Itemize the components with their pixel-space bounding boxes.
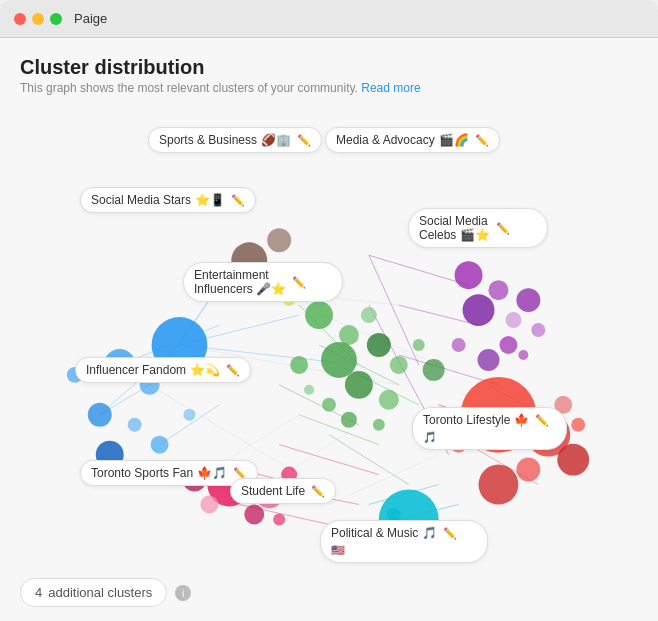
cluster-sports-business-emoji: 🏈🏢: [261, 133, 291, 147]
svg-line-17: [299, 415, 379, 445]
cluster-toronto-lifestyle-row: Toronto Lifestyle 🍁 ✏️: [423, 413, 549, 427]
cluster-student-life-label: Student Life: [241, 484, 305, 498]
svg-point-77: [557, 444, 589, 476]
svg-point-39: [88, 403, 112, 427]
page-header: Cluster distribution This graph shows th…: [20, 56, 638, 95]
cluster-media-advocacy-emoji: 🎬🌈: [439, 133, 469, 147]
fullscreen-button[interactable]: [50, 13, 62, 25]
cluster-toronto-sports-fan-emoji: 🍁🎵: [197, 466, 227, 480]
cluster-toronto-lifestyle[interactable]: Toronto Lifestyle 🍁 ✏️ 🎵: [412, 407, 567, 450]
cluster-political-music-emoji: 🇺🇸: [331, 544, 345, 557]
additional-count: 4: [35, 585, 42, 600]
cluster-toronto-lifestyle-label: Toronto Lifestyle 🍁: [423, 413, 529, 427]
svg-point-79: [479, 465, 519, 505]
svg-point-62: [390, 356, 408, 374]
main-content: Cluster distribution This graph shows th…: [0, 38, 658, 621]
svg-point-81: [571, 418, 585, 432]
cluster-media-advocacy-label: Media & Advocacy: [336, 133, 435, 147]
cluster-social-media-celebs-row: Social MediaCelebs 🎬⭐ ✏️: [419, 214, 510, 242]
svg-point-52: [321, 342, 357, 378]
edit-student-life-icon[interactable]: ✏️: [311, 485, 325, 498]
additional-clusters-button[interactable]: 4 additional clusters: [20, 578, 167, 607]
svg-point-40: [128, 418, 142, 432]
svg-point-57: [379, 390, 399, 410]
cluster-political-music[interactable]: Political & Music 🎵 ✏️ 🇺🇸: [320, 520, 488, 563]
svg-point-41: [151, 436, 169, 454]
edit-social-media-celebs-icon[interactable]: ✏️: [496, 222, 510, 235]
cluster-influencer-fandom-label: Influencer Fandom: [86, 363, 186, 377]
svg-point-69: [516, 288, 540, 312]
titlebar: Paige: [0, 0, 658, 38]
app-title: Paige: [74, 11, 107, 26]
graph-area: Sports & Business 🏈🏢 ✏️ Media & Advocacy…: [20, 105, 638, 575]
cluster-entertainment-influencers[interactable]: EntertainmentInfluencers 🎤⭐ ✏️: [183, 262, 343, 302]
edit-sports-business-icon[interactable]: ✏️: [297, 134, 311, 147]
svg-point-58: [322, 398, 336, 412]
cluster-sports-business[interactable]: Sports & Business 🏈🏢 ✏️: [148, 127, 322, 153]
read-more-link[interactable]: Read more: [361, 81, 420, 95]
cluster-social-media-stars-label: Social Media Stars: [91, 193, 191, 207]
svg-point-63: [413, 339, 425, 351]
cluster-influencer-fandom[interactable]: Influencer Fandom ⭐💫 ✏️: [75, 357, 251, 383]
cluster-entertainment-influencers-label: EntertainmentInfluencers 🎤⭐: [194, 268, 286, 296]
info-icon[interactable]: i: [175, 585, 191, 601]
svg-point-59: [304, 385, 314, 395]
svg-point-87: [200, 495, 218, 513]
svg-point-64: [423, 359, 445, 381]
svg-line-19: [329, 435, 409, 485]
svg-point-74: [452, 338, 466, 352]
svg-point-43: [183, 409, 195, 421]
edit-social-media-stars-icon[interactable]: ✏️: [231, 194, 245, 207]
traffic-lights: [14, 13, 62, 25]
svg-point-78: [516, 458, 540, 482]
cluster-toronto-lifestyle-emoji2: 🎵: [423, 431, 437, 444]
svg-point-46: [267, 228, 291, 252]
additional-label: additional clusters: [48, 585, 152, 600]
cluster-sports-business-label: Sports & Business: [159, 133, 257, 147]
cluster-toronto-sports-fan-label: Toronto Sports Fan: [91, 466, 193, 480]
cluster-social-media-stars[interactable]: Social Media Stars ⭐📱 ✏️: [80, 187, 256, 213]
svg-point-51: [339, 325, 359, 345]
edit-media-advocacy-icon[interactable]: ✏️: [475, 134, 489, 147]
edit-toronto-lifestyle-icon[interactable]: ✏️: [535, 414, 549, 427]
svg-point-65: [455, 261, 483, 289]
edit-influencer-fandom-icon[interactable]: ✏️: [226, 364, 240, 377]
svg-point-53: [361, 307, 377, 323]
edit-entertainment-influencers-icon[interactable]: ✏️: [292, 276, 306, 289]
svg-point-85: [244, 504, 264, 524]
svg-point-89: [273, 513, 285, 525]
svg-point-66: [488, 280, 508, 300]
cluster-media-advocacy[interactable]: Media & Advocacy 🎬🌈 ✏️: [325, 127, 500, 153]
cluster-student-life[interactable]: Student Life ✏️: [230, 478, 336, 504]
svg-point-56: [345, 371, 373, 399]
svg-point-55: [290, 356, 308, 374]
cluster-social-media-stars-emoji: ⭐📱: [195, 193, 225, 207]
cluster-social-media-celebs-label: Social MediaCelebs 🎬⭐: [419, 214, 490, 242]
cluster-influencer-fandom-emoji: ⭐💫: [190, 363, 220, 377]
cluster-political-music-label: Political & Music 🎵: [331, 526, 437, 540]
graph-svg: [20, 105, 638, 575]
svg-point-71: [531, 323, 545, 337]
svg-point-73: [478, 349, 500, 371]
cluster-entertainment-influencers-row: EntertainmentInfluencers 🎤⭐ ✏️: [194, 268, 306, 296]
edit-political-music-icon[interactable]: ✏️: [443, 527, 457, 540]
svg-point-60: [341, 412, 357, 428]
svg-point-68: [505, 312, 521, 328]
close-button[interactable]: [14, 13, 26, 25]
svg-line-32: [219, 415, 299, 465]
svg-point-70: [499, 336, 517, 354]
page-subtitle: This graph shows the most relevant clust…: [20, 81, 638, 95]
cluster-political-music-row: Political & Music 🎵 ✏️: [331, 526, 457, 540]
svg-point-61: [373, 419, 385, 431]
svg-point-72: [518, 350, 528, 360]
svg-point-54: [367, 333, 391, 357]
svg-line-8: [369, 255, 469, 285]
cluster-social-media-celebs[interactable]: Social MediaCelebs 🎬⭐ ✏️: [408, 208, 548, 248]
minimize-button[interactable]: [32, 13, 44, 25]
bottom-bar: 4 additional clusters i: [20, 578, 191, 607]
svg-point-50: [305, 301, 333, 329]
svg-point-67: [463, 294, 495, 326]
page-title: Cluster distribution: [20, 56, 638, 79]
cluster-toronto-sports-fan[interactable]: Toronto Sports Fan 🍁🎵 ✏️: [80, 460, 258, 486]
